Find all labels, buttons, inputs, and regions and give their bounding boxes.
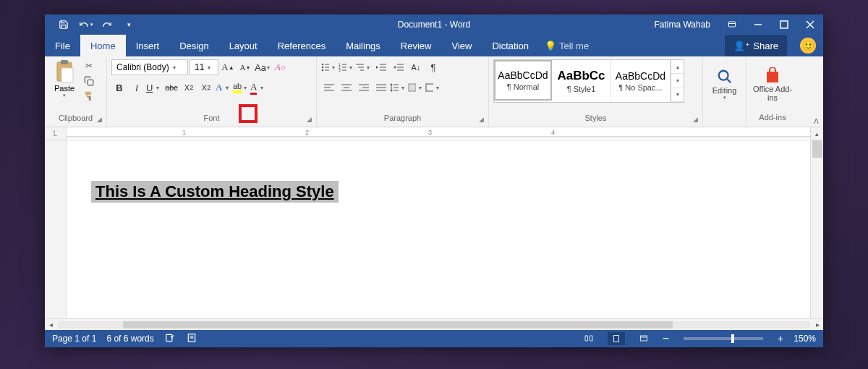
tab-layout[interactable]: Layout xyxy=(219,35,268,56)
tab-design[interactable]: Design xyxy=(169,35,218,56)
horizontal-scrollbar[interactable]: ◂ ▸ xyxy=(45,318,823,330)
decrease-indent-icon[interactable] xyxy=(373,59,389,75)
svg-rect-3 xyxy=(780,21,788,28)
highlight-icon[interactable]: ab▾ xyxy=(233,80,249,96)
document-page[interactable]: This Is A Custom Heading Style xyxy=(67,140,810,318)
redo-icon[interactable] xyxy=(97,16,117,33)
align-center-icon[interactable] xyxy=(339,80,354,96)
font-size-combo[interactable]: 11▾ xyxy=(190,59,218,75)
svg-point-52 xyxy=(718,71,728,80)
horizontal-ruler-row: L 1 2 3 4 ▴ xyxy=(45,127,823,140)
format-painter-icon[interactable] xyxy=(82,90,95,103)
svg-rect-50 xyxy=(409,84,416,91)
bold-icon[interactable]: B xyxy=(111,80,127,96)
grow-font-icon[interactable]: A▲ xyxy=(220,59,236,75)
tab-file[interactable]: File xyxy=(45,35,80,56)
numbering-icon[interactable]: 123▾ xyxy=(339,59,354,75)
font-color-icon[interactable]: A▾ xyxy=(250,80,266,96)
qat-customize-icon[interactable]: ▾ xyxy=(119,16,139,33)
undo-icon[interactable]: ▾ xyxy=(75,16,95,33)
text-effects-icon[interactable]: A▾ xyxy=(216,80,231,96)
maximize-button[interactable] xyxy=(771,14,797,35)
styles-launcher-icon[interactable]: ◢ xyxy=(691,115,699,124)
hscroll-right-icon[interactable]: ▸ xyxy=(812,321,823,328)
scroll-up-button[interactable]: ▴ xyxy=(810,127,823,140)
editing-button[interactable]: Editing ▾ xyxy=(703,56,746,113)
macro-icon[interactable] xyxy=(186,333,197,345)
zoom-out-icon[interactable]: − xyxy=(663,332,669,345)
shrink-font-icon[interactable]: A▼ xyxy=(237,59,253,75)
show-marks-icon[interactable]: ¶ xyxy=(425,59,441,75)
hscroll-thumb[interactable] xyxy=(123,321,673,328)
page-indicator[interactable]: Page 1 of 1 xyxy=(52,334,96,344)
tell-me[interactable]: 💡Tell me xyxy=(545,35,589,56)
tab-dictation[interactable]: Dictation xyxy=(482,35,539,56)
ribbon-display-icon[interactable] xyxy=(719,14,745,35)
increase-indent-icon[interactable] xyxy=(391,59,407,75)
underline-icon[interactable]: U▾ xyxy=(146,80,162,96)
vertical-ruler[interactable] xyxy=(45,140,67,318)
paste-button[interactable]: Paste ▾ xyxy=(49,59,80,98)
borders-icon[interactable]: ▾ xyxy=(425,80,441,96)
chevron-down-icon[interactable]: ▾ xyxy=(671,74,684,88)
tab-selector[interactable]: L xyxy=(45,127,67,140)
strikethrough-icon[interactable]: abc xyxy=(163,80,179,96)
tab-insert[interactable]: Insert xyxy=(126,35,170,56)
collapse-ribbon-icon[interactable]: ᐱ xyxy=(814,117,819,125)
read-mode-icon[interactable] xyxy=(580,332,597,345)
font-launcher-icon[interactable]: ◢ xyxy=(305,115,313,124)
spellcheck-icon[interactable] xyxy=(164,333,176,345)
italic-icon[interactable]: I xyxy=(129,80,145,96)
align-left-icon[interactable] xyxy=(321,80,337,96)
tab-view[interactable]: View xyxy=(441,35,482,56)
close-button[interactable] xyxy=(797,14,823,35)
svg-rect-7 xyxy=(61,60,68,64)
font-name-combo[interactable]: Calibri (Body)▾ xyxy=(111,59,188,75)
vscroll-thumb[interactable] xyxy=(812,140,822,158)
svg-rect-9 xyxy=(88,80,93,85)
paragraph-launcher-icon[interactable]: ◢ xyxy=(477,115,485,124)
selected-heading[interactable]: This Is A Custom Heading Style xyxy=(91,181,339,203)
zoom-level[interactable]: 150% xyxy=(793,334,816,344)
tab-references[interactable]: References xyxy=(268,35,336,56)
save-icon[interactable] xyxy=(54,16,74,33)
line-spacing-icon[interactable]: ▾ xyxy=(391,80,407,96)
office-addins-button[interactable]: Office Add-ins xyxy=(746,56,799,113)
change-case-icon[interactable]: Aa▾ xyxy=(255,59,271,75)
lightbulb-icon: 💡 xyxy=(545,41,556,51)
word-count[interactable]: 6 of 6 words xyxy=(106,334,153,344)
print-layout-icon[interactable] xyxy=(608,332,625,345)
horizontal-ruler[interactable]: 1 2 3 4 xyxy=(67,127,810,140)
tab-home[interactable]: Home xyxy=(80,35,126,56)
align-right-icon[interactable] xyxy=(356,80,372,96)
cut-icon[interactable]: ✂ xyxy=(82,59,95,72)
clipboard-launcher-icon[interactable]: ◢ xyxy=(95,115,103,124)
styles-gallery-scroll[interactable]: ▴▾▾ xyxy=(671,60,684,102)
style-style1[interactable]: AaBbCc ¶ Style1 xyxy=(552,60,611,102)
style-normal[interactable]: AaBbCcDd ¶ Normal xyxy=(494,60,552,101)
justify-icon[interactable] xyxy=(373,80,389,96)
multilevel-icon[interactable]: ▾ xyxy=(356,59,372,75)
shading-icon[interactable]: ▾ xyxy=(408,80,424,96)
zoom-slider[interactable] xyxy=(684,337,763,340)
sort-icon[interactable]: A↓ xyxy=(408,59,424,75)
hscroll-track[interactable] xyxy=(58,321,810,328)
superscript-icon[interactable]: X2 xyxy=(198,80,214,96)
zoom-in-icon[interactable]: + xyxy=(778,333,783,344)
copy-icon[interactable] xyxy=(82,75,95,88)
web-layout-icon[interactable] xyxy=(635,332,652,345)
bullets-icon[interactable]: ▾ xyxy=(321,59,337,75)
style-no-spacing[interactable]: AaBbCcDd ¶ No Spac... xyxy=(611,60,671,102)
zoom-thumb[interactable] xyxy=(731,334,734,343)
tab-mailings[interactable]: Mailings xyxy=(336,35,391,56)
expand-gallery-icon[interactable]: ▾ xyxy=(671,88,684,102)
subscript-icon[interactable]: X2 xyxy=(181,80,197,96)
chevron-up-icon[interactable]: ▴ xyxy=(671,60,684,74)
share-button[interactable]: 👤⁺Share xyxy=(725,35,787,56)
hscroll-left-icon[interactable]: ◂ xyxy=(45,321,56,328)
clear-format-icon[interactable]: A◇ xyxy=(272,59,288,75)
minimize-button[interactable] xyxy=(745,14,771,35)
tab-review[interactable]: Review xyxy=(391,35,442,56)
vertical-scrollbar[interactable] xyxy=(810,140,823,318)
feedback-smiley-icon[interactable]: 🙂 xyxy=(800,38,816,54)
